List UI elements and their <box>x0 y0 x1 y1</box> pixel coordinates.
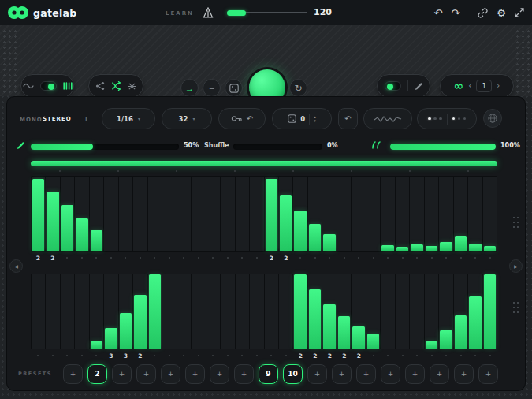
step-cell[interactable] <box>322 177 336 251</box>
preset-slot[interactable]: + <box>454 364 474 384</box>
step-cell[interactable] <box>279 274 292 349</box>
resize-icon[interactable] <box>515 8 524 17</box>
sine-wave-icon[interactable] <box>23 82 34 90</box>
step-cell[interactable] <box>366 274 380 349</box>
step-bar[interactable] <box>469 296 481 349</box>
step-cell[interactable] <box>265 177 278 251</box>
page-dot[interactable] <box>439 117 442 121</box>
step-bar[interactable] <box>323 234 335 251</box>
step-bar[interactable] <box>280 195 292 251</box>
step-bar[interactable] <box>309 224 321 251</box>
edit-toggle[interactable] <box>385 81 401 91</box>
step-cell[interactable] <box>221 177 234 251</box>
step-bar[interactable] <box>411 244 422 251</box>
step-bar[interactable] <box>396 247 408 251</box>
preset-slot[interactable]: 9 <box>259 364 278 384</box>
infinity-icon[interactable]: ∞ <box>454 80 464 92</box>
stereo-mode-button[interactable]: STEREO <box>43 116 72 122</box>
step-cell[interactable] <box>250 274 263 349</box>
step-cell[interactable] <box>162 274 176 349</box>
step-bar[interactable] <box>455 236 467 251</box>
step-cell[interactable] <box>177 177 191 251</box>
step-cell[interactable] <box>396 177 409 251</box>
step-bar[interactable] <box>469 244 481 251</box>
step-cell[interactable] <box>250 177 263 251</box>
step-bar[interactable] <box>149 274 161 349</box>
undo-icon[interactable]: ↶ <box>434 8 443 18</box>
step-bar[interactable] <box>484 274 496 349</box>
step-cell[interactable] <box>381 274 394 349</box>
step-cell[interactable] <box>439 274 452 349</box>
drag-handle-bottom[interactable] <box>512 300 519 313</box>
step-cell[interactable] <box>90 177 103 251</box>
bpm-value[interactable]: 120 <box>314 7 332 17</box>
preset-slot[interactable]: + <box>356 364 376 384</box>
page-dot[interactable] <box>433 117 437 121</box>
step-cell[interactable] <box>192 274 205 349</box>
redo-icon[interactable]: ↷ <box>451 8 459 18</box>
step-cell[interactable] <box>396 274 409 349</box>
step-cell[interactable] <box>133 177 147 251</box>
stepper-down-icon[interactable]: ▾ <box>314 119 316 123</box>
step-cell[interactable] <box>104 177 117 251</box>
step-cell[interactable] <box>468 274 482 349</box>
settings-gear-icon[interactable]: ⚙ <box>497 8 506 18</box>
step-cell[interactable] <box>483 177 497 251</box>
step-cell[interactable] <box>265 274 278 349</box>
step-cell[interactable] <box>104 274 117 349</box>
step-bar[interactable] <box>440 330 452 349</box>
page-prev-icon[interactable]: ‹ <box>468 82 471 90</box>
step-cell[interactable] <box>75 177 88 251</box>
step-bar[interactable] <box>426 246 437 251</box>
step-cell[interactable] <box>206 177 220 251</box>
step-cell[interactable] <box>352 274 365 349</box>
auto-advance-button[interactable]: → <box>180 79 199 97</box>
step-cell[interactable] <box>337 177 351 251</box>
next-pattern-button[interactable]: ▶ <box>509 259 523 273</box>
step-cell[interactable] <box>425 274 438 349</box>
swing-icon[interactable] <box>371 141 381 149</box>
step-cell[interactable] <box>206 274 220 349</box>
step-cell[interactable] <box>410 177 423 251</box>
step-bar[interactable] <box>440 242 452 251</box>
preset-slot[interactable]: + <box>405 364 425 384</box>
loop-button[interactable]: ↻ <box>289 79 307 97</box>
step-bar[interactable] <box>32 179 44 251</box>
step-cell[interactable] <box>293 177 307 251</box>
preset-slot[interactable]: + <box>430 364 449 384</box>
step-cell[interactable] <box>90 274 103 349</box>
step-cell[interactable] <box>133 274 147 349</box>
step-cell[interactable] <box>381 177 394 251</box>
pencil-icon[interactable] <box>415 82 423 91</box>
sphere-icon[interactable] <box>483 109 502 128</box>
pattern-length-bar[interactable] <box>31 161 497 166</box>
preset-slot[interactable]: 2 <box>87 364 107 384</box>
step-bar[interactable] <box>76 218 87 251</box>
step-bar[interactable] <box>266 179 277 251</box>
share-nodes-icon[interactable] <box>95 81 105 91</box>
smooth-slider[interactable] <box>390 144 496 150</box>
page-dot[interactable] <box>428 117 431 121</box>
random-count-value[interactable]: 0 <box>300 115 305 123</box>
random-wave-button[interactable] <box>363 108 412 129</box>
learn-button[interactable]: LEARN <box>166 10 194 17</box>
page-next-icon[interactable]: › <box>497 82 500 90</box>
shape-mode-toggle[interactable] <box>40 81 57 91</box>
step-cell[interactable] <box>119 177 132 251</box>
step-cell[interactable] <box>337 274 351 349</box>
step-cell[interactable] <box>439 177 452 251</box>
density-minus-button[interactable]: − <box>203 79 221 97</box>
step-cell[interactable] <box>454 177 467 251</box>
step-bar[interactable] <box>105 328 117 349</box>
preset-slot[interactable]: + <box>112 364 132 384</box>
preset-slot[interactable]: + <box>210 364 229 384</box>
undo-icon[interactable]: ↶ <box>247 115 253 123</box>
snowflake-icon[interactable] <box>128 82 136 91</box>
preset-slot[interactable]: + <box>478 364 498 384</box>
page-dot[interactable] <box>458 117 461 121</box>
step-cell[interactable] <box>221 274 234 349</box>
step-cell[interactable] <box>483 274 497 349</box>
step-cell[interactable] <box>425 177 438 251</box>
step-bar[interactable] <box>484 246 496 251</box>
page-dot[interactable] <box>463 117 467 121</box>
